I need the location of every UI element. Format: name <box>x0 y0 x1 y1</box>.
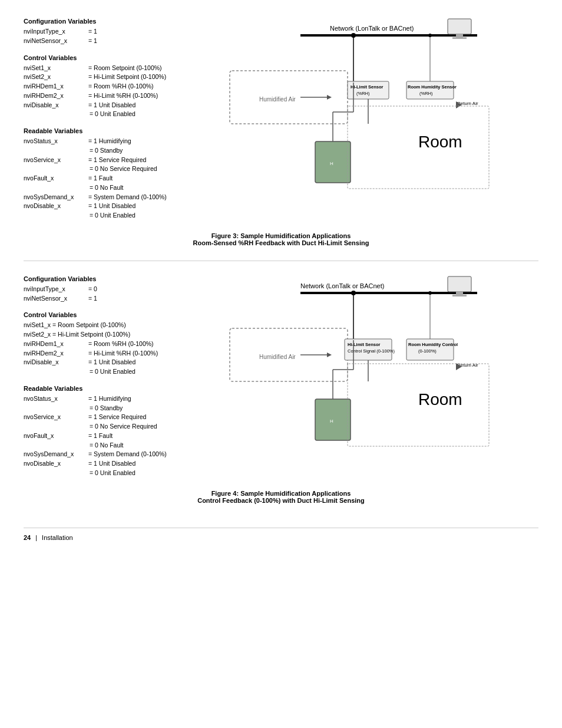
fig3-read-row-7: nvoSysDemand_x = System Demand (0-100%) <box>24 193 212 202</box>
fig3-config-title: Configuration Variables <box>24 18 212 25</box>
fig3-config-row-2: nviNetSensor_x = 1 <box>24 37 212 46</box>
fig4-read-row-6: = 0 No Fault <box>24 441 212 450</box>
var-value: = 1 Service Required <box>88 156 146 165</box>
svg-rect-4 <box>452 37 467 39</box>
var-value: = 1 <box>88 27 97 37</box>
var-name: nviNetSensor_x <box>24 294 88 304</box>
var-value: = 1 Service Required <box>88 413 146 422</box>
fig4-caption-line2: Control Feedback (0-100%) with Duct Hi-L… <box>24 497 538 504</box>
svg-text:Room: Room <box>418 390 462 409</box>
var-value: = Hi-Limit Setpoint (0-100%) <box>88 73 166 82</box>
footer-separator: | <box>35 534 37 541</box>
var-name: nviNetSensor_x <box>24 37 88 46</box>
var-name: nvoFault_x <box>24 174 88 183</box>
svg-rect-32 <box>456 292 463 295</box>
fig4-ctrl-row-3: nviRHDem1_x = Room %RH (0-100%) <box>24 340 212 349</box>
fig4-config-title: Configuration Variables <box>24 275 212 282</box>
var-value: = 1 Fault <box>88 431 113 441</box>
section-divider <box>24 261 538 261</box>
fig3-diagram-svg: Network (LonTalk or BACnet) Humidified A… <box>224 18 495 206</box>
var-value: = 1 Humidifying <box>88 137 131 146</box>
fig3-control-title: Control Variables <box>24 54 212 61</box>
svg-marker-39 <box>327 353 332 357</box>
fig3-read-row-4: = 0 No Service Required <box>24 164 212 174</box>
svg-text:Hi-Limit Sensor: Hi-Limit Sensor <box>348 342 381 347</box>
fig4-diagram: Network (LonTalk or BACnet) Humidified A… <box>224 275 538 478</box>
fig3-ctrl-row-2: nviSet2_x = Hi-Limit Setpoint (0-100%) <box>24 73 212 82</box>
fig3-ctrl-row-4: nviRHDem2_x = Hi-Limit %RH (0-100%) <box>24 91 212 101</box>
fig4-ctrl-row-4: nviRHDem2_x = Hi-Limit %RH (0-100%) <box>24 349 212 358</box>
fig3-config-row-1: nviInputType_x = 1 <box>24 27 212 37</box>
var-name: nvoDisable_x <box>24 202 88 211</box>
fig3-read-row-6: = 0 No Fault <box>24 183 212 193</box>
fig3-read-row-9: = 0 Unit Enabled <box>24 211 212 220</box>
var-value: = System Demand (0-100%) <box>88 450 167 459</box>
var-value: = 1 Fault <box>88 174 113 183</box>
var-name: nviRHDem2_x <box>24 349 88 358</box>
var-name: nvoStatus_x <box>24 394 88 404</box>
fig3-read-row-2: = 0 Standby <box>24 146 212 156</box>
svg-marker-10 <box>327 95 332 100</box>
var-name: nviInputType_x <box>24 285 88 294</box>
var-value: = Room Setpoint (0-100%) <box>88 64 162 73</box>
svg-point-6 <box>351 33 356 38</box>
fig4-ctrl-inline-1: nviSet1_x = Room Setpoint (0-100%) <box>24 321 212 330</box>
figure4-section: Configuration Variables nviInputType_x =… <box>24 275 538 478</box>
fig3-read-row-5: nvoFault_x = 1 Fault <box>24 174 212 183</box>
svg-text:(%RH): (%RH) <box>419 91 433 96</box>
fig4-control-title: Control Variables <box>24 311 212 318</box>
fig3-readable-title: Readable Variables <box>24 127 212 134</box>
fig4-diagram-svg: Network (LonTalk or BACnet) Humidified A… <box>224 275 495 464</box>
page-number: 24 <box>24 534 31 541</box>
fig3-read-row-1: nvoStatus_x = 1 Humidifying <box>24 137 212 146</box>
fig3-read-row-3: nvoService_x = 1 Service Required <box>24 156 212 165</box>
var-value: = 1 Unit Disabled <box>88 101 135 110</box>
fig3-caption: Figure 3: Sample Humidification Applicat… <box>24 232 538 246</box>
var-value: = Room %RH (0-100%) <box>88 82 154 91</box>
fig4-read-row-2: = 0 Standby <box>24 404 212 413</box>
svg-text:Humidified Air: Humidified Air <box>259 354 296 360</box>
var-value: = Hi-Limit %RH (0-100%) <box>88 91 158 101</box>
var-value: = Room %RH (0-100%) <box>88 340 154 349</box>
var-name: nviSet2_x <box>24 73 88 82</box>
svg-rect-33 <box>452 295 467 297</box>
var-value: = 1 Unit Disabled <box>88 459 135 469</box>
var-name: nvoSysDemand_x <box>24 450 88 459</box>
svg-text:Network (LonTalk or BACnet): Network (LonTalk or BACnet) <box>300 282 384 289</box>
var-value: = 0 <box>88 285 97 294</box>
var-value: = 1 Humidifying <box>88 394 131 404</box>
fig4-read-row-5: nvoFault_x = 1 Fault <box>24 431 212 441</box>
var-name: nvoStatus_x <box>24 137 88 146</box>
fig3-ctrl-row-3: nviRHDem1_x = Room %RH (0-100%) <box>24 82 212 91</box>
var-value: = 1 Unit Disabled <box>88 358 135 367</box>
fig3-diagram: Network (LonTalk or BACnet) Humidified A… <box>224 18 538 220</box>
var-name: nvoDisable_x <box>24 459 88 469</box>
svg-point-50 <box>428 291 432 295</box>
fig4-caption: Figure 4: Sample Humidification Applicat… <box>24 490 538 504</box>
svg-text:Room Humidity Sensor: Room Humidity Sensor <box>408 84 457 90</box>
fig4-read-row-9: = 0 Unit Enabled <box>24 469 212 478</box>
fig3-caption-line1: Figure 3: Sample Humidification Applicat… <box>24 232 538 239</box>
svg-text:H: H <box>330 419 333 424</box>
fig3-caption-line2: Room-Sensed %RH Feedback with Duct Hi-Li… <box>24 239 538 246</box>
fig4-read-row-8: nvoDisable_x = 1 Unit Disabled <box>24 459 212 469</box>
svg-text:Room Humidity Control: Room Humidity Control <box>408 342 458 347</box>
fig3-variables: Configuration Variables nviInputType_x =… <box>24 18 212 220</box>
var-name: nviRHDem1_x <box>24 82 88 91</box>
svg-point-35 <box>351 291 356 295</box>
fig4-readable-title: Readable Variables <box>24 385 212 392</box>
fig4-ctrl-row-6: = 0 Unit Enabled <box>24 367 212 377</box>
svg-text:Hi-Limit Sensor: Hi-Limit Sensor <box>351 84 384 90</box>
svg-text:Room: Room <box>418 133 462 151</box>
var-name: nvoFault_x <box>24 431 88 441</box>
svg-rect-3 <box>456 34 463 37</box>
fig4-config-row-1: nviInputType_x = 0 <box>24 285 212 294</box>
fig4-read-row-1: nvoStatus_x = 1 Humidifying <box>24 394 212 404</box>
fig4-ctrl-inline-2: nviSet2_x = Hi-Limit Setpoint (0-100%) <box>24 330 212 340</box>
var-name: nviSet1_x <box>24 64 88 73</box>
var-value: = 1 <box>88 294 97 304</box>
var-name: nviRHDem1_x <box>24 340 88 349</box>
svg-rect-31 <box>448 276 471 292</box>
fig3-ctrl-row-5: nviDisable_x = 1 Unit Disabled <box>24 101 212 110</box>
var-name: nvoService_x <box>24 156 88 165</box>
